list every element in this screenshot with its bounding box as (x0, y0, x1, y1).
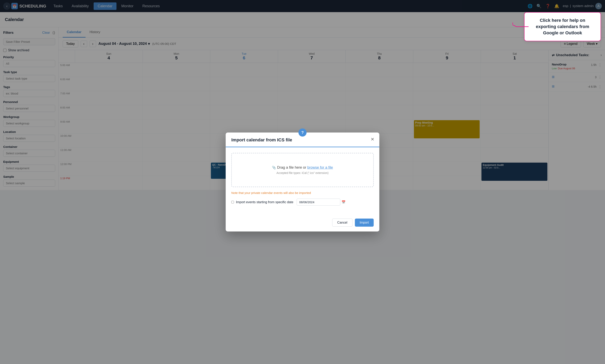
browse-file-link[interactable]: browse for a file (307, 165, 333, 169)
paperclip-icon: 📎 (272, 166, 276, 169)
modal-help-button[interactable]: ? (299, 129, 306, 137)
date-import-label: Import events starting from specific dat… (231, 200, 293, 204)
modal-title: Import calendar from ICS file (231, 137, 374, 143)
modal-warning: Note that your private calendar events w… (231, 191, 374, 195)
tooltip-text: Click here for help on exporting calenda… (536, 18, 589, 35)
tooltip-arrow (512, 23, 529, 31)
modal-body: 📎 Drag a file here or browse for a file … (226, 147, 379, 215)
modal-close-button[interactable]: ✕ (369, 136, 376, 143)
date-import-input[interactable] (297, 199, 340, 206)
accepted-file-types: Accepted file types: iCal (".ics" extens… (240, 171, 365, 175)
modal-overlay: ? Import calendar from ICS file ✕ 📎 Drag… (0, 0, 605, 364)
date-import-row: Import events starting from specific dat… (231, 199, 374, 206)
specific-date-checkbox[interactable] (231, 201, 234, 203)
import-calendar-modal: ? Import calendar from ICS file ✕ 📎 Drag… (226, 132, 379, 232)
cancel-button[interactable]: Cancel (332, 219, 352, 227)
import-button[interactable]: Import (355, 219, 374, 227)
tooltip-callout[interactable]: Click here for help on exporting calenda… (524, 12, 601, 41)
file-drop-zone[interactable]: 📎 Drag a file here or browse for a file … (231, 153, 374, 187)
calendar-icon[interactable]: 📅 (342, 200, 345, 204)
modal-footer: Cancel Import (226, 215, 379, 232)
